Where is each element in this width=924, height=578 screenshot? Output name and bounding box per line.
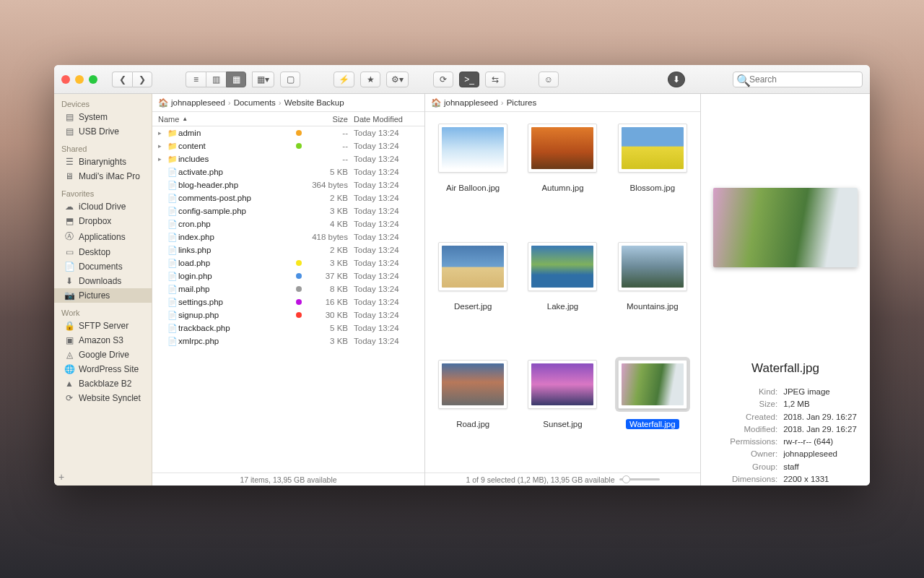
zoom-icon[interactable] [89,75,97,84]
path-segment[interactable]: Documents [234,98,276,107]
thumbnail-size-slider[interactable] [619,478,660,480]
sidebar-item[interactable]: ⬒Dropbox [54,214,152,228]
left-filelist[interactable]: ▸📁admin--Today 13:24▸📁content--Today 13:… [152,126,424,473]
file-row[interactable]: 📄mail.php8 KBToday 13:24 [152,282,424,296]
file-row[interactable]: 📄login.php37 KBToday 13:24 [152,269,424,282]
sidebar-item[interactable]: 📷Pictures [54,288,152,303]
sidebar: Devices▤System▤USB DriveShared☰Binarynig… [54,94,152,486]
compare-button[interactable]: ⇆ [485,72,505,87]
column-view-button[interactable]: ▥ [206,72,226,87]
disclosure-icon[interactable]: ▸ [158,129,167,137]
sidebar-item[interactable]: ▣Amazon S3 [54,333,152,348]
inspector-value: 2200 x 1331 [783,473,829,486]
sidebar-item[interactable]: ▤System [54,110,152,124]
thumbnail-label: Waterfall.jpg [626,419,679,429]
emoji-button[interactable]: ☺ [539,72,559,87]
file-icon: 📄 [167,259,178,268]
file-name: mail.php [178,285,293,293]
thumbnail-image [442,363,504,405]
file-row[interactable]: 📄config-sample.php3 KBToday 13:24 [152,204,424,217]
sidebar-item[interactable]: ⬇Downloads [54,274,152,288]
sidebar-item[interactable]: ⒶApplications [54,228,152,245]
inspector-value: 2018. Jan 29. 16:27 [783,423,857,436]
sidebar-item[interactable]: 📄Documents [54,259,152,274]
thumbnail-frame [438,124,507,173]
list-view-button[interactable]: ≡ [186,72,206,87]
minimize-icon[interactable] [75,75,84,84]
sidebar-item[interactable]: 🖥Mudi's iMac Pro [54,169,152,184]
file-row[interactable]: 📄trackback.php5 KBToday 13:24 [152,322,424,335]
sidebar-item[interactable]: 🔒SFTP Server [54,319,152,333]
thumbnail[interactable]: Air Balloon.jpg [428,124,518,236]
search-input[interactable] [733,72,863,87]
file-row[interactable]: 📄index.php418 bytesToday 13:24 [152,230,424,243]
sidebar-item[interactable]: ☰Binarynights [54,155,152,169]
search-field[interactable]: 🔍 [733,72,863,87]
file-row[interactable]: 📄settings.php16 KBToday 13:24 [152,296,424,309]
sidebar-item[interactable]: ☁iCloud Drive [54,199,152,214]
right-pathbar[interactable]: 🏠 johnappleseed›Pictures [425,94,700,112]
col-size[interactable]: Size [302,115,354,124]
file-row[interactable]: ▸📁includes--Today 13:24 [152,152,424,165]
file-row[interactable]: 📄links.php2 KBToday 13:24 [152,243,424,256]
thumbnail[interactable]: Waterfall.jpg [608,360,697,473]
path-segment[interactable]: Website Backup [284,98,344,107]
add-location-button[interactable]: + [58,471,64,483]
download-button[interactable]: ⬇ [668,72,685,87]
icon-view-button[interactable]: ▦ [226,72,246,87]
camera-icon: 📷 [64,290,74,301]
sync-button[interactable]: ⟳ [433,72,453,87]
sidebar-item[interactable]: ◬Google Drive [54,348,152,362]
terminal-button[interactable]: >_ [459,72,479,87]
arrange-button[interactable]: ▦▾ [252,72,274,87]
thumbnail[interactable]: Sunset.jpg [518,360,607,473]
settings-button[interactable]: ⚙▾ [386,72,409,87]
gdrive-icon: ◬ [64,350,74,360]
sidebar-item[interactable]: ▲Backblaze B2 [54,376,152,391]
file-date: Today 13:24 [354,168,419,176]
file-row[interactable]: 📄comments-post.php2 KBToday 13:24 [152,191,424,204]
back-button[interactable]: ❮ [112,72,132,87]
file-date: Today 13:24 [354,285,419,293]
file-row[interactable]: ▸📁content--Today 13:24 [152,139,424,152]
thumbnail[interactable]: Autumn.jpg [518,124,607,236]
thumbnail[interactable]: Lake.jpg [518,242,607,355]
path-segment[interactable]: johnappleseed [444,98,498,107]
thumbnail[interactable]: Road.jpg [428,360,518,473]
new-file-button[interactable]: ▢ [280,72,300,87]
file-row[interactable]: 📄cron.php4 KBToday 13:24 [152,217,424,230]
file-name: settings.php [178,298,293,306]
quick-action-button[interactable]: ⚡ [334,72,354,87]
file-row[interactable]: 📄signup.php30 KBToday 13:24 [152,309,424,322]
disclosure-icon[interactable]: ▸ [158,142,167,150]
file-row[interactable]: 📄load.php3 KBToday 13:24 [152,256,424,269]
close-icon[interactable] [61,75,70,84]
file-row[interactable]: ▸📁admin--Today 13:24 [152,126,424,139]
sidebar-item[interactable]: ⟳Website Synclet [54,391,152,405]
path-segment[interactable]: Pictures [507,98,537,107]
thumbnail[interactable]: Desert.jpg [428,242,518,355]
forward-button[interactable]: ❯ [132,72,152,87]
path-segment[interactable]: johnappleseed [171,98,225,107]
path-separator: › [279,98,282,107]
sidebar-item[interactable]: 🌐WordPress Site [54,362,152,376]
file-row[interactable]: 📄blog-header.php364 bytesToday 13:24 [152,178,424,191]
right-grid[interactable]: Air Balloon.jpgAutumn.jpgBlossom.jpgDese… [425,112,700,473]
file-icon: 📄 [167,246,178,255]
col-date[interactable]: Date Modified [354,115,419,124]
sidebar-item[interactable]: ▭Desktop [54,245,152,259]
thumbnail[interactable]: Blossom.jpg [608,124,697,236]
left-pathbar[interactable]: 🏠 johnappleseed›Documents›Website Backup [152,94,424,112]
file-size: 364 bytes [302,181,354,189]
favorite-button[interactable]: ★ [360,72,380,87]
sidebar-item-label: Documents [79,262,123,272]
thumbnail[interactable]: Mountains.jpg [608,242,697,355]
sidebar-item[interactable]: ▤USB Drive [54,124,152,139]
sidebar-section-header: Devices [54,94,152,110]
file-row[interactable]: 📄activate.php5 KBToday 13:24 [152,165,424,178]
thumbnail-image [442,246,504,288]
file-icon: 📄 [167,272,178,281]
disclosure-icon[interactable]: ▸ [158,155,167,163]
col-name[interactable]: Name▲ [158,115,302,124]
file-row[interactable]: 📄xmlrpc.php3 KBToday 13:24 [152,335,424,348]
